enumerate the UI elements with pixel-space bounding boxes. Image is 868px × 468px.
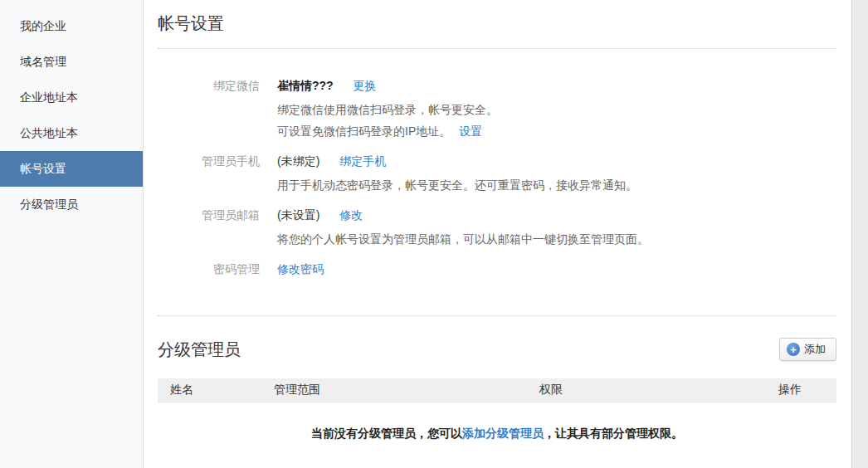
phone-label: 管理员手机 <box>158 153 260 196</box>
sidebar-item-domain-management[interactable]: 域名管理 <box>0 44 143 80</box>
modify-email-link[interactable]: 修改 <box>339 208 363 222</box>
setting-row-phone: 管理员手机 (未绑定) 绑定手机 用于手机动态密码登录，帐号更安全。还可重置密码… <box>158 153 836 196</box>
wechat-label: 绑定微信 <box>158 77 260 142</box>
sub-admin-section-header: 分级管理员 + 添加 <box>158 337 836 362</box>
empty-state-suffix: ，让其具有部分管理权限。 <box>544 427 683 440</box>
setting-row-wechat: 绑定微信 崔情情??? 更换 绑定微信使用微信扫码登录，帐号更安全。 可设置免微… <box>158 77 836 142</box>
sidebar-item-my-enterprise[interactable]: 我的企业 <box>0 8 143 44</box>
add-sub-admin-link[interactable]: 添加分级管理员 <box>462 427 544 440</box>
admin-table-empty-state: 当前没有分级管理员，您可以添加分级管理员，让其具有部分管理权限。 <box>158 425 836 441</box>
sidebar-item-enterprise-addressbook[interactable]: 企业地址本 <box>0 80 143 115</box>
password-label: 密码管理 <box>158 261 260 277</box>
column-header-name: 姓名 <box>158 383 274 397</box>
sidebar-item-public-addressbook[interactable]: 公共地址本 <box>0 115 143 151</box>
wechat-change-link[interactable]: 更换 <box>354 79 377 92</box>
sub-admin-title: 分级管理员 <box>158 339 241 361</box>
setting-row-password: 密码管理 修改密码 <box>158 261 836 277</box>
main-content: 帐号设置 绑定微信 崔情情??? 更换 绑定微信使用微信扫码登录，帐号更安全。 … <box>144 0 851 468</box>
column-header-operation: 操作 <box>744 383 836 397</box>
column-header-scope: 管理范围 <box>274 383 539 397</box>
page: 我的企业 域名管理 企业地址本 公共地址本 帐号设置 分级管理员 帐号设置 绑定… <box>0 0 868 468</box>
divider <box>158 315 836 316</box>
change-password-link[interactable]: 修改密码 <box>277 262 324 275</box>
setting-row-email: 管理员邮箱 (未设置) 修改 将您的个人帐号设置为管理员邮箱，可以从邮箱中一键切… <box>158 207 836 250</box>
phone-desc: 用于手机动态密码登录，帐号更安全。还可重置密码，接收异常通知。 <box>277 174 637 196</box>
page-title: 帐号设置 <box>158 0 836 35</box>
add-icon: + <box>787 343 800 356</box>
wechat-bound-name: 崔情情??? <box>277 79 334 92</box>
email-label: 管理员邮箱 <box>158 207 260 250</box>
sidebar: 我的企业 域名管理 企业地址本 公共地址本 帐号设置 分级管理员 <box>0 0 144 468</box>
bind-phone-link[interactable]: 绑定手机 <box>339 154 386 168</box>
sidebar-item-sub-admins[interactable]: 分级管理员 <box>0 187 143 222</box>
admin-table-header: 姓名 管理范围 权限 操作 <box>158 378 836 402</box>
column-header-permission: 权限 <box>539 383 744 397</box>
sidebar-item-account-settings[interactable]: 帐号设置 <box>0 151 143 187</box>
email-status: (未设置) <box>277 208 319 222</box>
phone-status: (未绑定) <box>277 154 319 168</box>
page-right-gutter <box>851 0 868 468</box>
add-admin-button[interactable]: + 添加 <box>779 338 836 361</box>
account-settings-list: 绑定微信 崔情情??? 更换 绑定微信使用微信扫码登录，帐号更安全。 可设置免微… <box>158 49 836 315</box>
empty-state-prefix: 当前没有分级管理员，您可以 <box>311 427 462 440</box>
email-desc: 将您的个人帐号设置为管理员邮箱，可以从邮箱中一键切换至管理页面。 <box>277 228 649 250</box>
wechat-desc-1: 绑定微信使用微信扫码登录，帐号更安全。 <box>277 99 498 120</box>
wechat-desc-2: 可设置免微信扫码登录的IP地址。 <box>277 124 451 138</box>
add-button-label: 添加 <box>804 342 826 357</box>
ip-settings-link[interactable]: 设置 <box>459 124 482 138</box>
